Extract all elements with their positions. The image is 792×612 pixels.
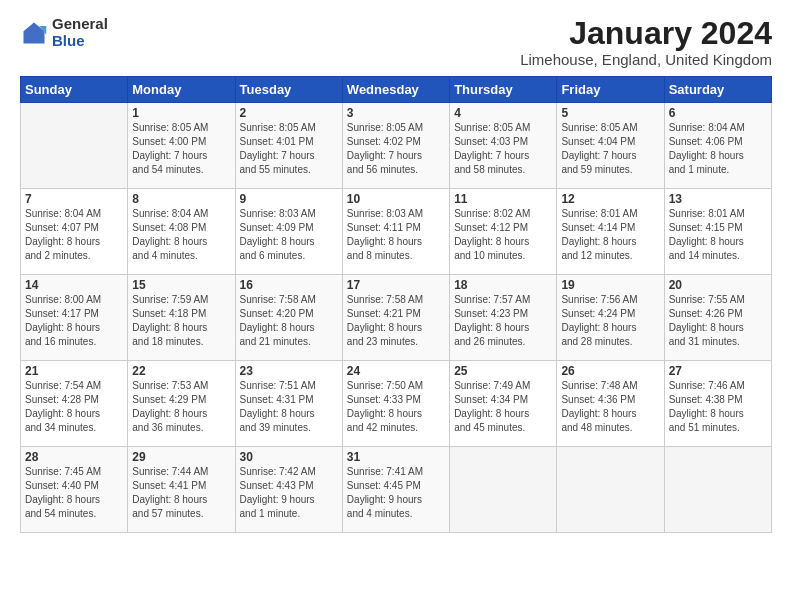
day-info: Sunrise: 8:04 AMSunset: 4:08 PMDaylight:… — [132, 207, 230, 263]
day-number: 9 — [240, 192, 338, 206]
table-row: 30Sunrise: 7:42 AMSunset: 4:43 PMDayligh… — [235, 447, 342, 533]
calendar-header: Sunday Monday Tuesday Wednesday Thursday… — [21, 77, 772, 103]
table-row: 31Sunrise: 7:41 AMSunset: 4:45 PMDayligh… — [342, 447, 449, 533]
day-info: Sunrise: 8:04 AMSunset: 4:06 PMDaylight:… — [669, 121, 767, 177]
col-thursday: Thursday — [450, 77, 557, 103]
calendar-week-row: 21Sunrise: 7:54 AMSunset: 4:28 PMDayligh… — [21, 361, 772, 447]
day-number: 4 — [454, 106, 552, 120]
day-info: Sunrise: 7:44 AMSunset: 4:41 PMDaylight:… — [132, 465, 230, 521]
day-info: Sunrise: 8:00 AMSunset: 4:17 PMDaylight:… — [25, 293, 123, 349]
day-info: Sunrise: 7:55 AMSunset: 4:26 PMDaylight:… — [669, 293, 767, 349]
day-number: 29 — [132, 450, 230, 464]
logo-text: General Blue — [52, 16, 108, 49]
day-number: 1 — [132, 106, 230, 120]
table-row: 10Sunrise: 8:03 AMSunset: 4:11 PMDayligh… — [342, 189, 449, 275]
day-number: 16 — [240, 278, 338, 292]
table-row: 23Sunrise: 7:51 AMSunset: 4:31 PMDayligh… — [235, 361, 342, 447]
table-row: 28Sunrise: 7:45 AMSunset: 4:40 PMDayligh… — [21, 447, 128, 533]
day-number: 19 — [561, 278, 659, 292]
day-info: Sunrise: 7:49 AMSunset: 4:34 PMDaylight:… — [454, 379, 552, 435]
calendar-week-row: 7Sunrise: 8:04 AMSunset: 4:07 PMDaylight… — [21, 189, 772, 275]
day-number: 5 — [561, 106, 659, 120]
page: General Blue January 2024 Limehouse, Eng… — [0, 0, 792, 612]
day-number: 10 — [347, 192, 445, 206]
day-number: 14 — [25, 278, 123, 292]
calendar-week-row: 1Sunrise: 8:05 AMSunset: 4:00 PMDaylight… — [21, 103, 772, 189]
day-info: Sunrise: 8:03 AMSunset: 4:09 PMDaylight:… — [240, 207, 338, 263]
day-info: Sunrise: 8:01 AMSunset: 4:14 PMDaylight:… — [561, 207, 659, 263]
table-row — [21, 103, 128, 189]
table-row: 3Sunrise: 8:05 AMSunset: 4:02 PMDaylight… — [342, 103, 449, 189]
day-number: 11 — [454, 192, 552, 206]
day-number: 20 — [669, 278, 767, 292]
table-row: 17Sunrise: 7:58 AMSunset: 4:21 PMDayligh… — [342, 275, 449, 361]
day-info: Sunrise: 7:51 AMSunset: 4:31 PMDaylight:… — [240, 379, 338, 435]
day-number: 18 — [454, 278, 552, 292]
day-info: Sunrise: 8:04 AMSunset: 4:07 PMDaylight:… — [25, 207, 123, 263]
day-info: Sunrise: 7:50 AMSunset: 4:33 PMDaylight:… — [347, 379, 445, 435]
day-number: 3 — [347, 106, 445, 120]
day-number: 27 — [669, 364, 767, 378]
col-tuesday: Tuesday — [235, 77, 342, 103]
table-row: 22Sunrise: 7:53 AMSunset: 4:29 PMDayligh… — [128, 361, 235, 447]
day-info: Sunrise: 7:46 AMSunset: 4:38 PMDaylight:… — [669, 379, 767, 435]
table-row: 18Sunrise: 7:57 AMSunset: 4:23 PMDayligh… — [450, 275, 557, 361]
day-number: 25 — [454, 364, 552, 378]
day-number: 23 — [240, 364, 338, 378]
calendar-table: Sunday Monday Tuesday Wednesday Thursday… — [20, 76, 772, 533]
table-row: 7Sunrise: 8:04 AMSunset: 4:07 PMDaylight… — [21, 189, 128, 275]
table-row: 14Sunrise: 8:00 AMSunset: 4:17 PMDayligh… — [21, 275, 128, 361]
day-info: Sunrise: 7:59 AMSunset: 4:18 PMDaylight:… — [132, 293, 230, 349]
day-number: 2 — [240, 106, 338, 120]
day-number: 31 — [347, 450, 445, 464]
table-row: 27Sunrise: 7:46 AMSunset: 4:38 PMDayligh… — [664, 361, 771, 447]
header-row: Sunday Monday Tuesday Wednesday Thursday… — [21, 77, 772, 103]
day-number: 17 — [347, 278, 445, 292]
table-row: 11Sunrise: 8:02 AMSunset: 4:12 PMDayligh… — [450, 189, 557, 275]
day-number: 28 — [25, 450, 123, 464]
calendar-title: January 2024 — [520, 16, 772, 51]
day-number: 26 — [561, 364, 659, 378]
day-info: Sunrise: 8:02 AMSunset: 4:12 PMDaylight:… — [454, 207, 552, 263]
day-number: 15 — [132, 278, 230, 292]
table-row — [557, 447, 664, 533]
table-row: 29Sunrise: 7:44 AMSunset: 4:41 PMDayligh… — [128, 447, 235, 533]
day-info: Sunrise: 7:57 AMSunset: 4:23 PMDaylight:… — [454, 293, 552, 349]
table-row: 6Sunrise: 8:04 AMSunset: 4:06 PMDaylight… — [664, 103, 771, 189]
day-number: 7 — [25, 192, 123, 206]
day-info: Sunrise: 8:05 AMSunset: 4:03 PMDaylight:… — [454, 121, 552, 177]
header: General Blue January 2024 Limehouse, Eng… — [20, 16, 772, 68]
table-row: 5Sunrise: 8:05 AMSunset: 4:04 PMDaylight… — [557, 103, 664, 189]
day-info: Sunrise: 7:48 AMSunset: 4:36 PMDaylight:… — [561, 379, 659, 435]
col-monday: Monday — [128, 77, 235, 103]
day-info: Sunrise: 8:05 AMSunset: 4:02 PMDaylight:… — [347, 121, 445, 177]
logo-icon — [20, 19, 48, 47]
table-row: 9Sunrise: 8:03 AMSunset: 4:09 PMDaylight… — [235, 189, 342, 275]
table-row: 12Sunrise: 8:01 AMSunset: 4:14 PMDayligh… — [557, 189, 664, 275]
day-info: Sunrise: 7:54 AMSunset: 4:28 PMDaylight:… — [25, 379, 123, 435]
calendar-subtitle: Limehouse, England, United Kingdom — [520, 51, 772, 68]
logo: General Blue — [20, 16, 108, 49]
day-info: Sunrise: 7:56 AMSunset: 4:24 PMDaylight:… — [561, 293, 659, 349]
calendar-week-row: 28Sunrise: 7:45 AMSunset: 4:40 PMDayligh… — [21, 447, 772, 533]
table-row: 15Sunrise: 7:59 AMSunset: 4:18 PMDayligh… — [128, 275, 235, 361]
table-row — [450, 447, 557, 533]
day-info: Sunrise: 8:05 AMSunset: 4:01 PMDaylight:… — [240, 121, 338, 177]
day-info: Sunrise: 7:41 AMSunset: 4:45 PMDaylight:… — [347, 465, 445, 521]
day-info: Sunrise: 7:58 AMSunset: 4:20 PMDaylight:… — [240, 293, 338, 349]
col-wednesday: Wednesday — [342, 77, 449, 103]
table-row: 8Sunrise: 8:04 AMSunset: 4:08 PMDaylight… — [128, 189, 235, 275]
title-block: January 2024 Limehouse, England, United … — [520, 16, 772, 68]
table-row: 1Sunrise: 8:05 AMSunset: 4:00 PMDaylight… — [128, 103, 235, 189]
day-info: Sunrise: 8:05 AMSunset: 4:04 PMDaylight:… — [561, 121, 659, 177]
table-row: 2Sunrise: 8:05 AMSunset: 4:01 PMDaylight… — [235, 103, 342, 189]
table-row: 25Sunrise: 7:49 AMSunset: 4:34 PMDayligh… — [450, 361, 557, 447]
day-number: 6 — [669, 106, 767, 120]
table-row: 20Sunrise: 7:55 AMSunset: 4:26 PMDayligh… — [664, 275, 771, 361]
day-info: Sunrise: 7:58 AMSunset: 4:21 PMDaylight:… — [347, 293, 445, 349]
day-info: Sunrise: 7:53 AMSunset: 4:29 PMDaylight:… — [132, 379, 230, 435]
table-row: 13Sunrise: 8:01 AMSunset: 4:15 PMDayligh… — [664, 189, 771, 275]
table-row: 4Sunrise: 8:05 AMSunset: 4:03 PMDaylight… — [450, 103, 557, 189]
col-friday: Friday — [557, 77, 664, 103]
day-info: Sunrise: 8:03 AMSunset: 4:11 PMDaylight:… — [347, 207, 445, 263]
